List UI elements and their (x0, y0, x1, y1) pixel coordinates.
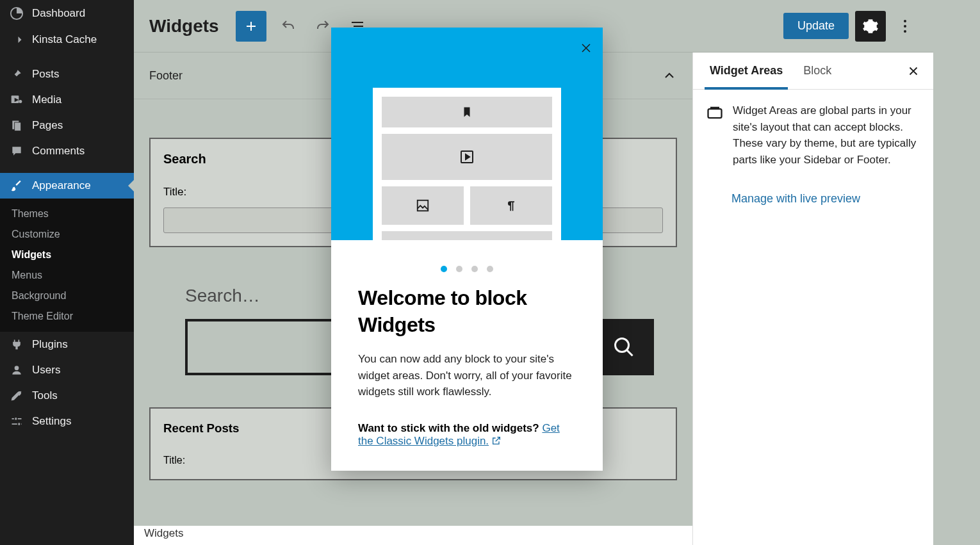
sidebar-item-users[interactable]: Users (0, 357, 134, 383)
sidebar-item-plugins[interactable]: Plugins (0, 332, 134, 357)
close-settings-button[interactable] (900, 60, 927, 82)
modal-illustration (373, 88, 561, 240)
image-icon (416, 199, 430, 213)
nav-label: Settings (32, 415, 71, 428)
dot-3[interactable] (471, 266, 478, 272)
block-breadcrumb[interactable]: Widgets (134, 526, 692, 545)
widget-area-description: Widget Areas are global parts in your si… (733, 102, 920, 168)
undo-button[interactable] (275, 13, 301, 39)
submenu-theme-editor[interactable]: Theme Editor (0, 306, 134, 327)
svg-point-6 (904, 20, 906, 22)
sidebar-item-comments[interactable]: Comments (0, 138, 134, 164)
dashboard-icon (9, 6, 24, 20)
modal-hero (331, 28, 603, 240)
submenu-customize[interactable]: Customize (0, 224, 134, 245)
area-label: Footer (149, 69, 183, 83)
plug-icon (9, 338, 24, 351)
svg-rect-4 (15, 122, 21, 131)
brush-icon (9, 179, 24, 192)
pin-icon (9, 68, 24, 81)
media-icon (9, 94, 24, 106)
modal-footer-strong: Want to stick with the old widgets? (358, 422, 539, 434)
svg-rect-10 (708, 109, 722, 118)
svg-point-2 (19, 100, 22, 103)
sidebar-item-tools[interactable]: Tools (0, 383, 134, 409)
search-preview-button[interactable] (594, 319, 654, 375)
sliders-icon (9, 415, 24, 428)
nav-label: Pages (32, 119, 63, 132)
settings-tabs: Widget Areas Block (693, 53, 933, 90)
close-modal-button[interactable] (578, 40, 594, 56)
nav-label: Appearance (32, 179, 91, 192)
submenu-menus[interactable]: Menus (0, 265, 134, 286)
pages-icon (9, 119, 24, 132)
dot-2[interactable] (456, 266, 462, 272)
dot-4[interactable] (487, 266, 493, 272)
sidebar-item-appearance[interactable]: Appearance (0, 173, 134, 199)
nav-label: Comments (32, 145, 85, 158)
svg-point-8 (904, 30, 906, 33)
sidebar-item-dashboard[interactable]: Dashboard (0, 0, 134, 27)
submenu-themes[interactable]: Themes (0, 204, 134, 224)
nav-label: Users (32, 364, 60, 377)
sidebar-appearance-submenu: Themes Customize Widgets Menus Backgroun… (0, 199, 134, 332)
svg-point-5 (15, 366, 19, 370)
tools-icon (9, 389, 24, 402)
submenu-background[interactable]: Background (0, 286, 134, 306)
nav-label: Plugins (32, 338, 68, 351)
paragraph-icon (505, 198, 518, 213)
sidebar-item-kinsta[interactable]: Kinsta Cache (0, 27, 134, 53)
play-icon (459, 149, 475, 165)
users-icon (9, 364, 24, 377)
live-preview-link[interactable]: Manage with live preview (693, 181, 933, 206)
kinsta-icon (9, 33, 24, 46)
settings-sidebar: Widget Areas Block Widget Areas are glob… (692, 53, 933, 545)
page-scrollbar[interactable] (933, 0, 980, 545)
settings-button[interactable] (855, 11, 886, 42)
page-title: Widgets (149, 16, 219, 37)
nav-label: Posts (32, 68, 60, 81)
submenu-widgets[interactable]: Widgets (0, 245, 134, 265)
svg-rect-12 (418, 200, 429, 211)
modal-title: Welcome to block Widgets (358, 285, 576, 338)
modal-text: You can now add any block to your site's… (358, 351, 576, 400)
more-options-button[interactable] (892, 11, 918, 42)
modal-pagination-dots (358, 257, 576, 285)
tab-block[interactable]: Block (793, 53, 842, 89)
svg-point-9 (616, 339, 629, 352)
widget-area-icon (706, 104, 724, 168)
sidebar-item-posts[interactable]: Posts (0, 61, 134, 87)
nav-label: Dashboard (32, 7, 85, 20)
add-block-button[interactable] (236, 11, 266, 42)
comments-icon (9, 145, 24, 158)
sidebar-item-settings[interactable]: Settings (0, 409, 134, 434)
welcome-modal: Welcome to block Widgets You can now add… (331, 28, 603, 471)
external-link-icon (491, 435, 502, 448)
bookmark-icon (461, 106, 473, 118)
sidebar-item-media[interactable]: Media (0, 87, 134, 113)
modal-body: Welcome to block Widgets You can now add… (331, 240, 603, 471)
nav-label: Tools (32, 389, 58, 402)
tab-widget-areas[interactable]: Widget Areas (699, 53, 793, 89)
sidebar-item-pages[interactable]: Pages (0, 113, 134, 138)
update-button[interactable]: Update (783, 13, 849, 39)
admin-sidebar: Dashboard Kinsta Cache Posts Media Pages… (0, 0, 134, 545)
dot-1[interactable] (441, 266, 447, 272)
svg-point-7 (904, 25, 906, 28)
nav-label: Kinsta Cache (32, 33, 97, 46)
field-label: Title: (163, 455, 185, 466)
chevron-up-icon (662, 68, 677, 83)
nav-label: Media (32, 94, 61, 106)
modal-footer: Want to stick with the old widgets? Get … (358, 422, 576, 448)
